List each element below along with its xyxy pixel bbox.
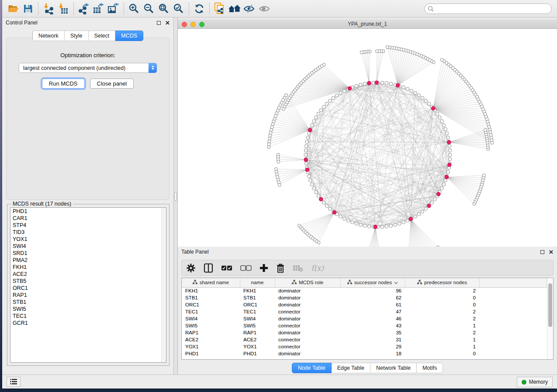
- tab-motifs[interactable]: Motifs: [417, 363, 443, 373]
- gear-icon[interactable]: [186, 263, 196, 273]
- import-table-icon[interactable]: [56, 2, 71, 16]
- export-network-icon[interactable]: [76, 2, 91, 16]
- table-cell[interactable]: FKH1: [240, 287, 275, 294]
- table-cell[interactable]: FKH1: [182, 287, 240, 294]
- table-cell[interactable]: connector: [275, 343, 340, 350]
- table-cell[interactable]: 61: [340, 301, 405, 308]
- table-cell[interactable]: 1: [405, 343, 479, 350]
- tab-select[interactable]: Select: [89, 31, 116, 41]
- table-row[interactable]: RAP1RAP1dominator352: [182, 329, 547, 336]
- search-input[interactable]: [424, 3, 552, 14]
- table-cell[interactable]: 35: [340, 329, 405, 336]
- mcds-result-item[interactable]: PMA2: [10, 257, 166, 264]
- table-cell[interactable]: dominator: [275, 350, 340, 357]
- import-network-icon[interactable]: [41, 2, 56, 16]
- column-header-shared-name[interactable]: shared name: [182, 278, 240, 287]
- function-builder-icon[interactable]: f(x): [311, 264, 324, 272]
- table-cell[interactable]: 2: [405, 287, 479, 294]
- close-panel-icon[interactable]: ✕: [165, 20, 170, 26]
- optimization-criterion-select[interactable]: largest connected component (undirected): [19, 63, 157, 73]
- table-row[interactable]: SWI5SWI5connector431: [182, 322, 547, 329]
- table-cell[interactable]: TEC1: [182, 308, 240, 315]
- table-cell[interactable]: SWI4: [182, 315, 240, 322]
- home-icon[interactable]: [227, 2, 242, 16]
- splitter-grip[interactable]: [174, 192, 177, 201]
- close-panel-button[interactable]: Close panel: [90, 79, 134, 89]
- table-cell[interactable]: 31: [340, 336, 405, 343]
- table-cell[interactable]: YOX1: [240, 343, 275, 350]
- table-cell[interactable]: PHD1: [240, 350, 275, 357]
- mcds-result-item[interactable]: RAP1: [10, 292, 166, 299]
- network-window-titlebar[interactable]: YPA_prune.txt_1: [178, 20, 557, 29]
- table-cell[interactable]: dominator: [275, 329, 340, 336]
- open-folder-icon[interactable]: [6, 2, 21, 16]
- task-history-button[interactable]: [7, 377, 21, 387]
- column-header-name[interactable]: name: [240, 278, 275, 287]
- mcds-result-item[interactable]: STP4: [10, 222, 166, 229]
- table-cell[interactable]: RAP1: [182, 329, 240, 336]
- table-cell[interactable]: ORC1: [182, 301, 240, 308]
- deselect-all-icon[interactable]: [240, 265, 252, 271]
- table-scrollbar[interactable]: [547, 278, 553, 359]
- mcds-result-item[interactable]: STB5: [10, 278, 166, 285]
- select-all-icon[interactable]: [221, 265, 232, 271]
- table-cell[interactable]: 2: [405, 308, 479, 315]
- mcds-result-item[interactable]: FKH1: [10, 264, 166, 271]
- minimize-window-icon[interactable]: [190, 22, 196, 27]
- table-cell[interactable]: 62: [340, 294, 405, 301]
- network-canvas[interactable]: [178, 29, 557, 247]
- mcds-result-item[interactable]: TID3: [10, 229, 166, 236]
- tab-edge-table[interactable]: Edge Table: [332, 363, 370, 373]
- table-row[interactable]: YOX1YOX1connector291: [182, 343, 547, 350]
- mcds-result-item[interactable]: YOX1: [10, 236, 166, 243]
- close-window-icon[interactable]: [182, 22, 187, 27]
- table-cell[interactable]: ACE2: [240, 336, 275, 343]
- tab-network[interactable]: Network: [32, 31, 65, 41]
- table-row[interactable]: ORC1ORC1dominator610: [182, 301, 547, 308]
- table-cell[interactable]: connector: [275, 322, 340, 329]
- table-cell[interactable]: 1: [405, 322, 479, 329]
- table-row[interactable]: STB1STB1dominator620: [182, 294, 547, 301]
- mcds-list-scrollbar[interactable]: [161, 208, 166, 362]
- table-cell[interactable]: STB1: [182, 294, 240, 301]
- table-row[interactable]: SWI4SWI4dominator462: [182, 315, 547, 322]
- trash-icon[interactable]: [276, 263, 285, 273]
- panel-splitter[interactable]: [173, 17, 178, 375]
- mcds-result-item[interactable]: PHD1: [10, 208, 166, 215]
- mcds-result-item[interactable]: STB1: [10, 299, 166, 306]
- table-cell[interactable]: 0: [405, 294, 479, 301]
- table-cell[interactable]: SWI5: [182, 322, 240, 329]
- zoom-selected-icon[interactable]: [171, 2, 186, 16]
- mcds-result-item[interactable]: CAR1: [10, 215, 166, 222]
- table-cell[interactable]: YOX1: [182, 343, 240, 350]
- float-table-panel-icon[interactable]: [540, 250, 544, 254]
- table-row[interactable]: TEC1TEC1connector472: [182, 308, 547, 315]
- table-cell[interactable]: 96: [340, 287, 405, 294]
- table-cell[interactable]: dominator: [275, 315, 340, 322]
- table-cell[interactable]: 47: [340, 308, 405, 315]
- zoom-fit-icon[interactable]: [156, 2, 171, 16]
- tab-style[interactable]: Style: [65, 31, 89, 41]
- mcds-result-item[interactable]: TEC1: [10, 313, 166, 320]
- table-cell[interactable]: 2: [405, 329, 479, 336]
- columns-icon[interactable]: [204, 263, 213, 273]
- mcds-result-item[interactable]: ORC1: [10, 285, 166, 292]
- table-row[interactable]: FKH1FKH1dominator962: [182, 287, 547, 294]
- mcds-result-list[interactable]: PHD1CAR1STP4TID3YOX1SWI4SRD1PMA2FKH1ACE2…: [10, 207, 166, 363]
- zoom-in-icon[interactable]: [127, 2, 142, 16]
- table-cell[interactable]: connector: [275, 308, 340, 315]
- table-cell[interactable]: SWI4: [240, 315, 275, 322]
- tab-network-table[interactable]: Network Table: [370, 363, 417, 373]
- table-cell[interactable]: PHD1: [182, 350, 240, 357]
- table-scrollbar-thumb[interactable]: [548, 283, 552, 327]
- mcds-result-item[interactable]: SWI4: [10, 243, 166, 250]
- table-row[interactable]: ACE2ACE2connector311: [182, 336, 547, 343]
- show-eye-icon[interactable]: [257, 2, 272, 16]
- network-graph[interactable]: [178, 29, 557, 247]
- table-cell[interactable]: dominator: [275, 294, 340, 301]
- table-cell[interactable]: ORC1: [240, 301, 275, 308]
- table-cell[interactable]: dominator: [275, 287, 340, 294]
- tab-mcds[interactable]: MCDS: [115, 31, 143, 41]
- column-header-successor-nodes[interactable]: successor nodes: [340, 278, 405, 287]
- mcds-result-item[interactable]: ACE2: [10, 271, 166, 278]
